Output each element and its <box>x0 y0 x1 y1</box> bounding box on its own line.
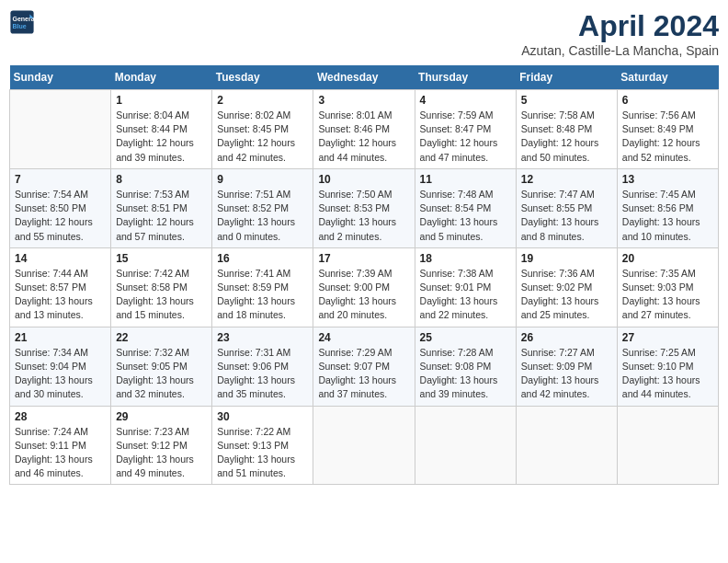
day-info: Sunrise: 7:25 AM Sunset: 9:10 PM Dayligh… <box>622 346 713 402</box>
day-number: 22 <box>116 331 207 344</box>
weekday-header-monday: Monday <box>111 65 212 90</box>
day-number: 11 <box>420 173 511 186</box>
calendar-cell: 1Sunrise: 8:04 AM Sunset: 8:44 PM Daylig… <box>111 90 212 169</box>
day-number: 10 <box>318 173 409 186</box>
day-number: 14 <box>15 252 106 265</box>
day-info: Sunrise: 7:22 AM Sunset: 9:13 PM Dayligh… <box>217 425 308 481</box>
day-number: 21 <box>15 331 106 344</box>
calendar-cell: 30Sunrise: 7:22 AM Sunset: 9:13 PM Dayli… <box>212 406 313 485</box>
day-info: Sunrise: 7:35 AM Sunset: 9:03 PM Dayligh… <box>622 267 713 323</box>
calendar-cell: 14Sunrise: 7:44 AM Sunset: 8:57 PM Dayli… <box>10 247 111 327</box>
day-info: Sunrise: 7:23 AM Sunset: 9:12 PM Dayligh… <box>116 425 207 481</box>
day-number: 19 <box>521 252 612 265</box>
day-number: 16 <box>217 252 308 265</box>
calendar-table: SundayMondayTuesdayWednesdayThursdayFrid… <box>9 65 719 485</box>
logo: General Blue <box>9 9 35 35</box>
day-info: Sunrise: 7:56 AM Sunset: 8:49 PM Dayligh… <box>622 109 713 165</box>
day-info: Sunrise: 7:41 AM Sunset: 8:59 PM Dayligh… <box>217 267 308 323</box>
day-info: Sunrise: 7:28 AM Sunset: 9:08 PM Dayligh… <box>420 346 511 402</box>
day-number: 26 <box>521 331 612 344</box>
day-info: Sunrise: 7:59 AM Sunset: 8:47 PM Dayligh… <box>420 109 511 165</box>
calendar-cell: 22Sunrise: 7:32 AM Sunset: 9:05 PM Dayli… <box>111 327 212 406</box>
day-number: 5 <box>521 94 612 107</box>
calendar-cell: 23Sunrise: 7:31 AM Sunset: 9:06 PM Dayli… <box>212 327 313 406</box>
calendar-cell: 18Sunrise: 7:38 AM Sunset: 9:01 PM Dayli… <box>415 247 516 327</box>
weekday-header-sunday: Sunday <box>10 65 111 90</box>
day-number: 30 <box>217 410 308 423</box>
weekday-header-tuesday: Tuesday <box>212 65 313 90</box>
day-info: Sunrise: 7:44 AM Sunset: 8:57 PM Dayligh… <box>15 267 106 323</box>
logo-icon: General Blue <box>9 9 35 35</box>
title-area: April 2024 Azutan, Castille-La Mancha, S… <box>521 9 719 58</box>
calendar-cell: 6Sunrise: 7:56 AM Sunset: 8:49 PM Daylig… <box>617 90 718 169</box>
calendar-cell: 8Sunrise: 7:53 AM Sunset: 8:51 PM Daylig… <box>111 168 212 247</box>
day-info: Sunrise: 7:27 AM Sunset: 9:09 PM Dayligh… <box>521 346 612 402</box>
day-info: Sunrise: 7:39 AM Sunset: 9:00 PM Dayligh… <box>318 267 409 323</box>
calendar-cell: 9Sunrise: 7:51 AM Sunset: 8:52 PM Daylig… <box>212 168 313 247</box>
calendar-cell: 4Sunrise: 7:59 AM Sunset: 8:47 PM Daylig… <box>415 90 516 169</box>
weekday-header-wednesday: Wednesday <box>313 65 415 90</box>
day-info: Sunrise: 7:32 AM Sunset: 9:05 PM Dayligh… <box>116 346 207 402</box>
day-number: 17 <box>318 252 409 265</box>
calendar-cell: 20Sunrise: 7:35 AM Sunset: 9:03 PM Dayli… <box>617 247 718 327</box>
day-info: Sunrise: 7:48 AM Sunset: 8:54 PM Dayligh… <box>420 188 511 244</box>
calendar-cell: 25Sunrise: 7:28 AM Sunset: 9:08 PM Dayli… <box>415 327 516 406</box>
calendar-cell: 10Sunrise: 7:50 AM Sunset: 8:53 PM Dayli… <box>313 168 415 247</box>
day-number: 3 <box>318 94 409 107</box>
day-number: 6 <box>622 94 713 107</box>
weekday-header-thursday: Thursday <box>415 65 516 90</box>
day-number: 18 <box>420 252 511 265</box>
calendar-cell: 13Sunrise: 7:45 AM Sunset: 8:56 PM Dayli… <box>617 168 718 247</box>
day-number: 13 <box>622 173 713 186</box>
calendar-cell: 17Sunrise: 7:39 AM Sunset: 9:00 PM Dayli… <box>313 247 415 327</box>
day-info: Sunrise: 8:04 AM Sunset: 8:44 PM Dayligh… <box>116 109 207 165</box>
calendar-cell: 19Sunrise: 7:36 AM Sunset: 9:02 PM Dayli… <box>516 247 617 327</box>
weekday-header-friday: Friday <box>516 65 617 90</box>
day-info: Sunrise: 7:29 AM Sunset: 9:07 PM Dayligh… <box>318 346 409 402</box>
calendar-cell: 27Sunrise: 7:25 AM Sunset: 9:10 PM Dayli… <box>617 327 718 406</box>
calendar-cell: 21Sunrise: 7:34 AM Sunset: 9:04 PM Dayli… <box>10 327 111 406</box>
day-info: Sunrise: 7:53 AM Sunset: 8:51 PM Dayligh… <box>116 188 207 244</box>
day-number: 7 <box>15 173 106 186</box>
calendar-cell: 2Sunrise: 8:02 AM Sunset: 8:45 PM Daylig… <box>212 90 313 169</box>
day-info: Sunrise: 7:47 AM Sunset: 8:55 PM Dayligh… <box>521 188 612 244</box>
calendar-cell <box>516 406 617 485</box>
calendar-cell: 11Sunrise: 7:48 AM Sunset: 8:54 PM Dayli… <box>415 168 516 247</box>
day-info: Sunrise: 7:58 AM Sunset: 8:48 PM Dayligh… <box>521 109 612 165</box>
day-info: Sunrise: 7:38 AM Sunset: 9:01 PM Dayligh… <box>420 267 511 323</box>
day-number: 9 <box>217 173 308 186</box>
day-number: 28 <box>15 410 106 423</box>
calendar-cell: 3Sunrise: 8:01 AM Sunset: 8:46 PM Daylig… <box>313 90 415 169</box>
day-number: 12 <box>521 173 612 186</box>
day-info: Sunrise: 7:34 AM Sunset: 9:04 PM Dayligh… <box>15 346 106 402</box>
calendar-cell: 29Sunrise: 7:23 AM Sunset: 9:12 PM Dayli… <box>111 406 212 485</box>
calendar-cell: 5Sunrise: 7:58 AM Sunset: 8:48 PM Daylig… <box>516 90 617 169</box>
day-info: Sunrise: 7:45 AM Sunset: 8:56 PM Dayligh… <box>622 188 713 244</box>
day-info: Sunrise: 7:31 AM Sunset: 9:06 PM Dayligh… <box>217 346 308 402</box>
calendar-title: April 2024 <box>521 9 719 43</box>
calendar-cell: 28Sunrise: 7:24 AM Sunset: 9:11 PM Dayli… <box>10 406 111 485</box>
day-info: Sunrise: 8:01 AM Sunset: 8:46 PM Dayligh… <box>318 109 409 165</box>
svg-text:Blue: Blue <box>13 23 27 29</box>
weekday-header-saturday: Saturday <box>617 65 718 90</box>
day-number: 29 <box>116 410 207 423</box>
day-info: Sunrise: 7:42 AM Sunset: 8:58 PM Dayligh… <box>116 267 207 323</box>
calendar-cell: 7Sunrise: 7:54 AM Sunset: 8:50 PM Daylig… <box>10 168 111 247</box>
day-number: 27 <box>622 331 713 344</box>
calendar-cell: 26Sunrise: 7:27 AM Sunset: 9:09 PM Dayli… <box>516 327 617 406</box>
calendar-cell: 15Sunrise: 7:42 AM Sunset: 8:58 PM Dayli… <box>111 247 212 327</box>
calendar-cell <box>415 406 516 485</box>
day-number: 4 <box>420 94 511 107</box>
day-info: Sunrise: 7:24 AM Sunset: 9:11 PM Dayligh… <box>15 425 106 481</box>
svg-rect-0 <box>10 10 33 33</box>
day-info: Sunrise: 8:02 AM Sunset: 8:45 PM Dayligh… <box>217 109 308 165</box>
day-info: Sunrise: 7:54 AM Sunset: 8:50 PM Dayligh… <box>15 188 106 244</box>
day-info: Sunrise: 7:50 AM Sunset: 8:53 PM Dayligh… <box>318 188 409 244</box>
day-number: 20 <box>622 252 713 265</box>
calendar-subtitle: Azutan, Castille-La Mancha, Spain <box>521 43 719 58</box>
day-number: 8 <box>116 173 207 186</box>
calendar-cell: 24Sunrise: 7:29 AM Sunset: 9:07 PM Dayli… <box>313 327 415 406</box>
day-info: Sunrise: 7:51 AM Sunset: 8:52 PM Dayligh… <box>217 188 308 244</box>
header: General Blue April 2024 Azutan, Castille… <box>9 9 719 58</box>
calendar-cell: 12Sunrise: 7:47 AM Sunset: 8:55 PM Dayli… <box>516 168 617 247</box>
